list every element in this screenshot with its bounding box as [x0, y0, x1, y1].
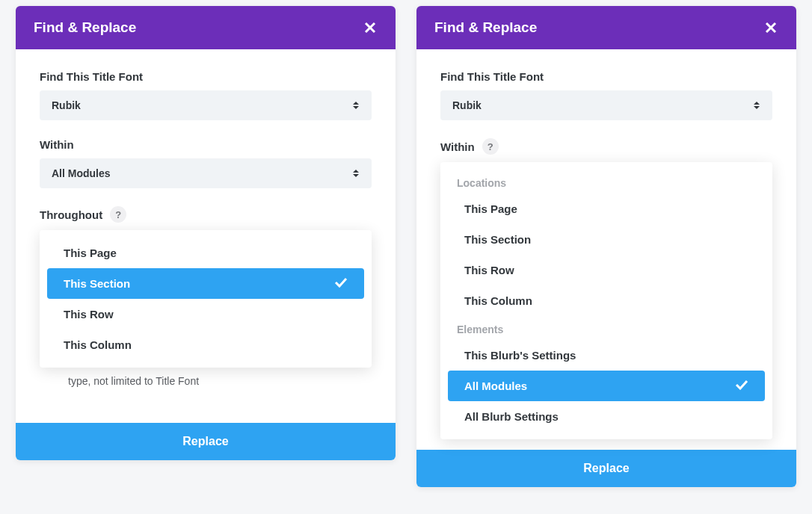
find-font-value: Rubik: [52, 99, 81, 111]
throughout-dropdown: This Page This Section This Row This Col…: [40, 230, 372, 368]
dropdown-item-label: This Column: [464, 294, 532, 307]
throughout-group: Throughout ? This Page This Section This…: [40, 206, 372, 368]
replace-button[interactable]: Replace: [416, 450, 796, 487]
sort-icon: [352, 168, 360, 179]
find-font-select[interactable]: Rubik: [440, 90, 772, 120]
dropdown-item-label: This Blurb's Settings: [464, 349, 576, 362]
within-dropdown: Locations This Page This Section This Ro…: [440, 162, 772, 439]
dropdown-item-this-row[interactable]: This Row: [47, 299, 364, 329]
check-icon: [735, 380, 748, 392]
help-icon[interactable]: ?: [110, 206, 126, 223]
dropdown-group-locations: Locations: [440, 170, 772, 193]
dropdown-item-label: This Page: [464, 202, 517, 215]
modal-body: Find This Title Font Rubik Within All Mo…: [16, 49, 396, 423]
modal-header: Find & Replace: [416, 6, 796, 49]
find-font-value: Rubik: [452, 99, 482, 111]
dropdown-item-label: This Section: [64, 277, 130, 290]
find-font-select[interactable]: Rubik: [40, 90, 372, 120]
replace-button[interactable]: Replace: [16, 423, 396, 460]
sort-icon: [753, 100, 760, 111]
close-icon[interactable]: [363, 20, 378, 35]
help-icon[interactable]: ?: [482, 138, 499, 155]
dropdown-item-this-row[interactable]: This Row: [448, 255, 765, 285]
dropdown-item-label: This Section: [464, 233, 531, 246]
dropdown-item-this-column[interactable]: This Column: [47, 329, 364, 360]
dropdown-item-this-page[interactable]: This Page: [47, 238, 364, 268]
find-font-group: Find This Title Font Rubik: [440, 70, 772, 120]
dropdown-item-this-section[interactable]: This Section: [47, 268, 364, 299]
throughout-label-text: Throughout: [40, 208, 102, 221]
find-replace-modal-right: Find & Replace Find This Title Font Rubi…: [416, 6, 796, 487]
check-icon: [334, 277, 348, 290]
close-icon[interactable]: [763, 20, 778, 35]
modal-title: Find & Replace: [434, 19, 537, 36]
modal-header: Find & Replace: [16, 6, 396, 49]
dropdown-item-label: All Modules: [464, 380, 527, 392]
dropdown-item-blurb-settings[interactable]: This Blurb's Settings: [448, 340, 765, 371]
dropdown-item-label: This Row: [64, 308, 114, 321]
within-select[interactable]: All Modules: [40, 158, 372, 188]
modal-title: Find & Replace: [34, 19, 136, 36]
find-font-label: Find This Title Font: [440, 70, 772, 83]
find-font-label: Find This Title Font: [40, 70, 372, 83]
within-label-text: Within: [440, 140, 475, 153]
find-replace-modal-left: Find & Replace Find This Title Font Rubi…: [16, 6, 396, 460]
dropdown-item-all-blurb-settings[interactable]: All Blurb Settings: [448, 401, 765, 432]
dropdown-group-elements: Elements: [440, 316, 772, 340]
throughout-label: Throughout ?: [40, 206, 372, 223]
sort-icon: [352, 100, 360, 111]
dropdown-item-label: This Page: [64, 247, 117, 259]
within-label: Within ?: [440, 138, 772, 155]
find-font-group: Find This Title Font Rubik: [40, 70, 372, 120]
dropdown-item-all-modules[interactable]: All Modules: [448, 371, 765, 401]
within-value: All Modules: [52, 167, 111, 179]
dropdown-item-label: This Row: [464, 264, 514, 276]
within-group: Within ? Locations This Page This Sectio…: [440, 138, 772, 439]
dropdown-item-label: All Blurb Settings: [464, 410, 559, 423]
note-text: type, not limited to Title Font: [68, 374, 372, 389]
modal-body: Find This Title Font Rubik Within ? Loca…: [416, 49, 796, 450]
within-group: Within All Modules: [40, 138, 372, 188]
dropdown-item-this-section[interactable]: This Section: [448, 224, 765, 255]
within-label: Within: [40, 138, 372, 151]
dropdown-item-label: This Column: [64, 338, 132, 351]
dropdown-item-this-column[interactable]: This Column: [448, 285, 765, 316]
dropdown-item-this-page[interactable]: This Page: [448, 193, 765, 224]
